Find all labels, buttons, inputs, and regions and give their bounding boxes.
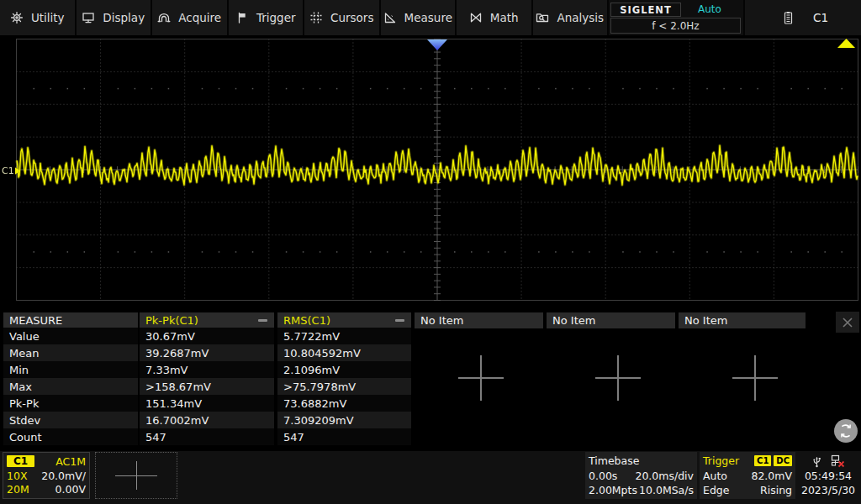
folder-search-icon <box>536 11 549 24</box>
timebase-rate: 10.0MSa/s <box>639 484 694 496</box>
monitor-icon <box>82 11 95 24</box>
measure-value: 10.804592mV <box>277 344 411 361</box>
clock-date: 2023/5/30 <box>801 484 855 496</box>
menu-trigger[interactable]: Trigger <box>229 0 305 35</box>
timebase-scale: 20.0ms/div <box>635 470 694 482</box>
measure-title: MEASURE <box>3 312 138 328</box>
measure-value: 16.7002mV <box>140 412 274 428</box>
measurement-column-empty-2[interactable]: No Item <box>547 312 675 328</box>
timebase-info-box[interactable]: Timebase 0.00s 20.0ms/div 2.00Mpts 10.0M… <box>585 452 697 499</box>
timebase-delay: 0.00s <box>589 470 617 482</box>
set-square-icon <box>383 11 397 24</box>
menu-label: Math <box>490 11 519 24</box>
menu-analysis[interactable]: Analysis <box>533 0 610 35</box>
lan-disconnected-icon[interactable] <box>831 454 845 468</box>
measure-value: 7.309209mV <box>277 412 411 428</box>
menu-cursors[interactable]: Cursors <box>304 0 381 35</box>
measure-value: 5.7722mV <box>277 328 411 344</box>
channel-name-badge[interactable]: C1 <box>7 455 34 467</box>
acquisition-status: Auto <box>698 3 721 15</box>
timebase-title: Timebase <box>589 454 639 467</box>
measure-row-label: Pk-Pk <box>3 395 138 412</box>
measurement-column-rms[interactable]: RMS(C1) <box>277 312 411 328</box>
measure-value: 547 <box>277 428 411 445</box>
trigger-type: Edge <box>703 484 729 496</box>
menu-label: Utility <box>31 11 65 24</box>
add-channel-button[interactable] <box>95 452 177 499</box>
measure-row-label: Max <box>3 378 138 395</box>
menu-label: Display <box>103 11 145 24</box>
channel-offset-marker[interactable]: C1 <box>2 165 20 176</box>
measure-row-value: Value 30.67mV 5.7722mV <box>0 328 861 344</box>
menu-acquire[interactable]: Acquire <box>152 0 229 35</box>
refresh-icon <box>837 422 855 440</box>
channel-scale: 20.0mV/ <box>41 470 86 482</box>
cursors-grid-icon <box>309 11 323 24</box>
arch-icon <box>157 11 171 24</box>
measure-value: 2.1096mV <box>277 361 411 378</box>
measure-row-label: Mean <box>3 344 138 361</box>
measure-value: 151.34mV <box>140 395 274 412</box>
measurement-column-label: Pk-Pk(C1) <box>145 314 198 327</box>
flag-icon <box>235 11 249 24</box>
clock-time: 05:49:54 <box>805 470 852 482</box>
reset-statistics-button[interactable] <box>834 419 858 443</box>
status-box: 05:49:54 2023/5/30 <box>795 452 861 499</box>
oscilloscope-screen: { "colors": { "accent_yellow": "#f2e700"… <box>0 0 861 504</box>
measure-panel: MEASURE Pk-Pk(C1) RMS(C1) No Item No Ite… <box>0 309 861 447</box>
bottom-bar: C1 AC1M 10X 20.0mV/ 20M 0.00V Timebase 0… <box>0 451 861 504</box>
trigger-info-box[interactable]: Trigger C1 DC Auto 82.0mV Edge Rising <box>700 452 795 499</box>
trigger-slope: Rising <box>760 484 792 496</box>
menu-right: C1 <box>745 0 861 35</box>
channel-offset: 0.00V <box>55 483 86 496</box>
siglent-logo: SIGLENT <box>610 3 681 17</box>
trigger-mode: Auto <box>703 470 727 482</box>
remove-measurement-icon[interactable] <box>258 319 267 322</box>
trigger-frequency: f < 2.0Hz <box>610 18 741 34</box>
measure-row-label: Count <box>3 428 138 445</box>
measure-value: 73.6882mV <box>277 395 411 412</box>
menu-utility[interactable]: Utility <box>0 0 77 35</box>
channel-probe: 10X <box>7 470 27 482</box>
menu-label: Trigger <box>256 11 296 24</box>
measurement-column-label: RMS(C1) <box>283 314 330 327</box>
measurement-column-empty-1[interactable]: No Item <box>415 312 543 328</box>
usb-icon[interactable] <box>811 454 822 468</box>
measurement-column-pkpk[interactable]: Pk-Pk(C1) <box>140 312 274 328</box>
measure-row-label: Value <box>3 328 138 344</box>
trigger-coupling-badge: DC <box>774 455 792 466</box>
menu-label: Analysis <box>557 11 604 24</box>
trigger-title: Trigger <box>703 454 739 467</box>
measure-row-stdev: Stdev 16.7002mV 7.309209mV <box>0 412 861 428</box>
menu-label: Measure <box>404 11 452 24</box>
channel-marker-arrow-icon <box>15 167 20 175</box>
add-measurement-button[interactable] <box>732 355 778 401</box>
menu-bar: Utility Display Acquire Trigger Cursors … <box>0 0 861 35</box>
channel-info-box[interactable]: C1 AC1M 10X 20.0mV/ 20M 0.00V <box>3 452 90 499</box>
channel-coupling: AC1M <box>55 455 86 468</box>
menu-display[interactable]: Display <box>77 0 153 35</box>
menu-measure[interactable]: Measure <box>381 0 457 35</box>
measure-value: >75.7978mV <box>277 378 411 395</box>
channel-bandwidth: 20M <box>7 483 29 496</box>
add-measurement-button[interactable] <box>595 355 641 401</box>
measure-value: 30.67mV <box>140 328 274 344</box>
trigger-level: 82.0mV <box>751 470 792 482</box>
plus-icon <box>136 461 137 490</box>
measurement-column-empty-3[interactable]: No Item <box>679 312 806 328</box>
bowtie-icon <box>469 11 483 24</box>
clipboard-icon[interactable] <box>782 11 795 25</box>
timebase-points: 2.00Mpts <box>589 484 637 496</box>
active-channel-label[interactable]: C1 <box>813 11 828 24</box>
menu-math[interactable]: Math <box>457 0 533 35</box>
remove-measurement-icon[interactable] <box>395 319 404 322</box>
waveform-display[interactable] <box>0 35 861 309</box>
measure-value: >158.67mV <box>140 378 274 395</box>
measure-value: 547 <box>140 428 274 445</box>
menu-label: Cursors <box>330 11 373 24</box>
measure-row-label: Min <box>3 361 138 378</box>
menu-label: Acquire <box>178 11 221 24</box>
gear-icon <box>10 11 24 24</box>
channel-marker-label: C1 <box>2 165 14 176</box>
add-measurement-button[interactable] <box>458 355 504 401</box>
